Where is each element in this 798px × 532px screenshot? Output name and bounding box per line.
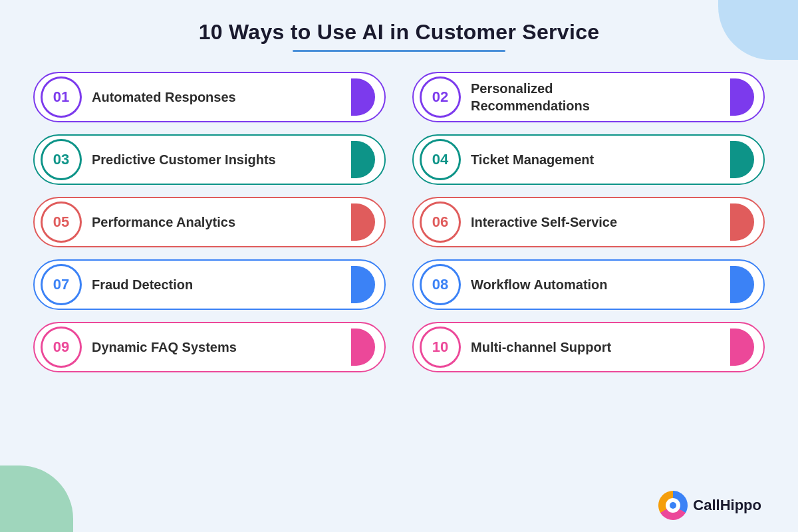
brand-name: CallHippo — [693, 497, 761, 514]
item-label: Ticket Management — [459, 151, 730, 168]
item-card: 04Ticket Management — [412, 134, 765, 185]
item-card: 08Workflow Automation — [412, 259, 765, 310]
tail-decoration — [351, 266, 375, 303]
item-card: 09Dynamic FAQ Systems — [33, 322, 386, 372]
items-grid: 01Automated Responses02PersonalizedRecom… — [33, 72, 765, 372]
item-label: PersonalizedRecommendations — [459, 80, 730, 114]
item-label: Performance Analytics — [80, 213, 351, 231]
brand-logo — [658, 491, 688, 520]
tail-decoration — [730, 141, 754, 178]
item-label: Interactive Self-Service — [459, 213, 730, 231]
item-label: Predictive Customer Insights — [80, 151, 351, 168]
item-label: Dynamic FAQ Systems — [80, 338, 351, 356]
list-item-02: 02PersonalizedRecommendations — [412, 72, 765, 122]
item-label: Multi-channel Support — [459, 338, 730, 356]
title-underline — [293, 50, 505, 52]
number-badge: 07 — [43, 266, 80, 303]
list-item-09: 09Dynamic FAQ Systems — [33, 322, 386, 372]
list-item-08: 08Workflow Automation — [412, 259, 765, 310]
tail-decoration — [351, 78, 375, 116]
item-card: 07Fraud Detection — [33, 259, 386, 310]
tail-decoration — [730, 203, 754, 241]
list-item-04: 04Ticket Management — [412, 134, 765, 185]
list-item-10: 10Multi-channel Support — [412, 322, 765, 372]
number-badge: 10 — [422, 329, 459, 366]
number-badge: 04 — [422, 141, 459, 178]
item-label: Fraud Detection — [80, 276, 351, 293]
list-item-01: 01Automated Responses — [33, 72, 386, 122]
number-badge: 09 — [43, 329, 80, 366]
item-card: 03Predictive Customer Insights — [33, 134, 386, 185]
list-item-06: 06Interactive Self-Service — [412, 197, 765, 247]
tail-decoration — [730, 78, 754, 116]
number-badge: 02 — [422, 78, 459, 116]
list-item-03: 03Predictive Customer Insights — [33, 134, 386, 185]
tail-decoration — [730, 266, 754, 303]
tail-decoration — [351, 203, 375, 241]
number-badge: 06 — [422, 203, 459, 241]
tail-decoration — [351, 329, 375, 366]
item-card: 02PersonalizedRecommendations — [412, 72, 765, 122]
number-badge: 05 — [43, 203, 80, 241]
item-card: 06Interactive Self-Service — [412, 197, 765, 247]
item-label: Workflow Automation — [459, 276, 730, 293]
number-badge: 03 — [43, 141, 80, 178]
list-item-07: 07Fraud Detection — [33, 259, 386, 310]
number-badge: 08 — [422, 266, 459, 303]
tail-decoration — [351, 141, 375, 178]
list-item-05: 05Performance Analytics — [33, 197, 386, 247]
item-label: Automated Responses — [80, 88, 351, 106]
blob-bottom-left — [0, 466, 73, 532]
title-section: 10 Ways to Use AI in Customer Service — [33, 20, 765, 52]
page-title: 10 Ways to Use AI in Customer Service — [33, 20, 765, 45]
number-badge: 01 — [43, 78, 80, 116]
item-card: 01Automated Responses — [33, 72, 386, 122]
item-card: 10Multi-channel Support — [412, 322, 765, 372]
tail-decoration — [730, 329, 754, 366]
branding: CallHippo — [658, 491, 761, 520]
item-card: 05Performance Analytics — [33, 197, 386, 247]
